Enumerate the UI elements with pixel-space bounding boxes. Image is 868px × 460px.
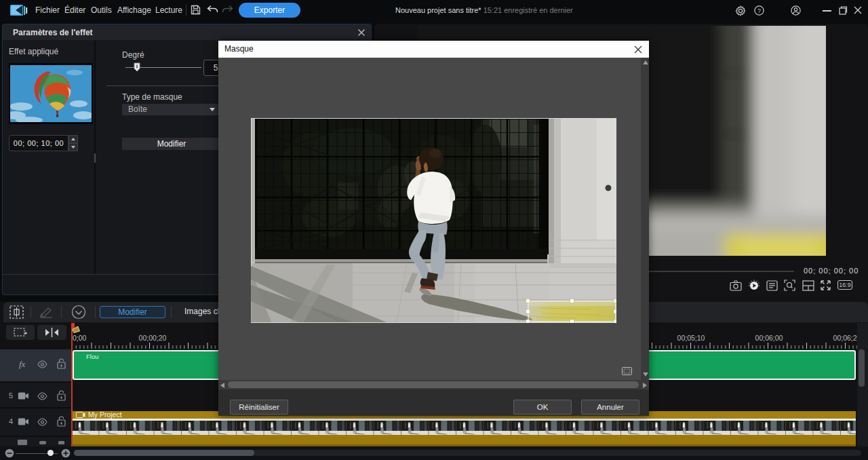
svg-text:?: ?	[757, 7, 761, 14]
